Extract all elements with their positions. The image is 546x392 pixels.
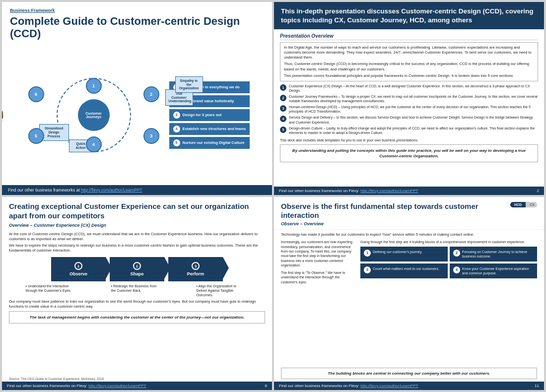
right-box-label-3: Design for 3 years out <box>183 113 222 117</box>
badge-2: 2 <box>280 95 286 101</box>
arrow-block-2: 2 Shape <box>110 257 164 281</box>
slide4-body: Technology has made it possible for our … <box>274 230 544 382</box>
slide3-italic-box: The task of management begins with consi… <box>9 311 265 324</box>
arrow-num-1: 1 <box>74 262 82 270</box>
block-num-1: 1 <box>364 250 371 257</box>
slide2-also-text: This deck also includes slide templates … <box>280 138 538 142</box>
item-5-text: Design-driven Culture – Lastly, to truly… <box>289 126 538 135</box>
slide4-footer-link[interactable]: http://flevy.com/author/LearnPPT <box>360 384 418 388</box>
arrow-num-2: 2 <box>133 262 141 270</box>
orbit-node-3: 3 <box>143 128 159 144</box>
block-text-1: Defining our customer's journey. <box>373 250 422 254</box>
slide2-header: This in-depth presentation discusses Cus… <box>274 2 544 29</box>
right-box-num-4: 4 <box>173 126 180 132</box>
list-item-5: 5Design-driven Culture – Lastly, to trul… <box>280 126 538 135</box>
slide2-body: Presentation Overview In the Digital Age… <box>274 29 544 187</box>
slide4-footer-text: Find our other business frameworks on Fl… <box>279 384 418 388</box>
slide2-intro-box: In the Digital Age, the number of ways t… <box>280 42 538 81</box>
arrow-label-1: Observe <box>69 271 87 276</box>
diagram-container: Customer Journeys 1 2 3 4 5 6 True Custo… <box>24 75 163 155</box>
slide4-title: Observe is the first fundamental step to… <box>281 202 506 220</box>
list-item-4: 4Service Design and Delivery – In this s… <box>280 115 538 124</box>
slide4-italic-box: The building blocks are central in conne… <box>281 368 537 379</box>
slide3-arrows: 1 Observe 2 Shape 3 Perform <box>9 257 265 281</box>
diag-box-2: Empathy in the Organization <box>175 76 203 93</box>
slide2-italic-box: By understanding and putting the concept… <box>280 144 538 162</box>
slide2-footer: Find our other business frameworks on Fl… <box>274 187 544 195</box>
toggle-inactive[interactable]: CX <box>526 202 537 207</box>
slide2-footer-label: Find our other business frameworks on Fl… <box>279 189 360 193</box>
slide2-para3: This presentation covers foundational pr… <box>284 73 534 78</box>
toggle-btn[interactable]: HCD CX <box>510 202 537 207</box>
slide4-block-4: 4 Know your Customer Experience aspirati… <box>450 263 537 278</box>
slide3-footer-text: Find our other business frameworks on Fl… <box>7 384 146 388</box>
badge-5: 5 <box>280 127 286 133</box>
slide3-bottom-para: Our company must have patience to train … <box>9 299 265 309</box>
arrow-num-3: 3 <box>192 262 200 270</box>
slide2-header-text: This in-depth presentation discusses Cus… <box>281 7 534 24</box>
slide3-bullet-2: Redesign the Business from the Customer … <box>111 284 163 297</box>
arrow-label-2: Shape <box>130 271 143 276</box>
item-2-text: Customer Journey Frameworks – To design … <box>289 94 538 103</box>
right-box-num-3: 3 <box>173 112 180 119</box>
slide4-blocks-grid: 1 Defining our customer's journey. 2 Foc… <box>360 247 537 278</box>
slide2-footer-link[interactable]: http://flevy.com/author/LearnPPT <box>360 189 418 193</box>
slide4-block-2: 2 Focusing on Customer Journey to achiev… <box>450 247 537 261</box>
slide2-overview-title: Presentation Overview <box>280 33 538 40</box>
list-item-2: 2Customer Journey Frameworks – To design… <box>280 94 538 103</box>
slide4-left-col: Increasingly, our customers are now expe… <box>281 240 355 364</box>
slide3-footer: Find our other business frameworks on Fl… <box>2 382 272 390</box>
slide3-overview: Overview – Customer Experience (CX) Desi… <box>9 223 265 228</box>
slide3-source: Source: The CEO Guide to Customer Experi… <box>2 376 272 382</box>
right-box-5: 5 Nurture our existing Digital Culture <box>169 137 250 149</box>
slide4-right-intro: Going through the first step are 4 build… <box>360 240 537 244</box>
slide3-body: At the core of Customer-centric Design (… <box>2 232 272 377</box>
right-box-label-5: Nurture our existing Digital Culture <box>183 140 245 145</box>
item-1-text: Customer Experience (CX) Design – At the… <box>289 84 538 93</box>
slide4-overview: Observe – Overview <box>281 221 537 226</box>
block-text-4: Know your Customer Experience aspiration… <box>462 266 534 275</box>
orbit-node-4: 4 <box>86 136 102 152</box>
slide4-intro: Technology has made it possible for our … <box>281 232 537 237</box>
slide-2: This in-depth presentation discusses Cus… <box>274 2 544 195</box>
slide2-numbered-list: 1Customer Experience (CX) Design – At th… <box>280 84 538 136</box>
orbit-node-1: 1 <box>86 78 102 94</box>
slide3-header: Creating exceptional Customer Experience… <box>2 197 272 232</box>
slide4-left-para2: The first step is "To Observe." We have … <box>281 270 355 284</box>
block-text-3: Count what matters most to our customers… <box>373 266 439 271</box>
item-4-text: Service Design and Delivery – In this se… <box>289 115 538 124</box>
item-3-text: Human-centered Design (HCD) – Using prin… <box>289 105 538 114</box>
slide1-header: Business Framework Complete Guide to Cus… <box>2 2 272 45</box>
toggle-active[interactable]: HCD <box>510 202 526 207</box>
badge-4: 4 <box>280 116 286 122</box>
block-num-3: 3 <box>364 266 371 273</box>
block-num-2: 2 <box>453 250 460 257</box>
arrow-label-3: Perform <box>187 271 205 276</box>
slide1-title: Complete Guide to Customer-centric Desig… <box>10 15 264 40</box>
list-item-3: 3Human-centered Design (HCD) – Using pri… <box>280 105 538 114</box>
arrow-block-1: 1 Observe <box>51 257 106 281</box>
slide3-para2: We have to explore the steps necessary t… <box>9 243 265 253</box>
slide3-bullet-1: Understand the Interaction through the C… <box>26 284 78 297</box>
center-line2: Journeys <box>86 115 101 119</box>
slide4-right-col: Going through the first step are 4 build… <box>360 240 537 364</box>
slide2-page-num: 2 <box>537 189 539 193</box>
slide4-left-para1: Increasingly, our customers are now expe… <box>281 240 355 268</box>
slide4-footer: Find our other business frameworks on Fl… <box>274 382 544 390</box>
person-icon: 🧑 <box>2 107 4 123</box>
slide-4: Observe is the first fundamental step to… <box>274 197 544 390</box>
slide3-footer-label: Find our other business frameworks on Fl… <box>7 384 88 388</box>
slide-3: Creating exceptional Customer Experience… <box>2 197 272 390</box>
slide1-footer-link[interactable]: http://flevy.com/author/LearnPPT <box>81 188 142 193</box>
slide2-para1: In the Digital Age, the number of ways t… <box>284 45 534 60</box>
slide1-footer: Find our other business frameworks at ht… <box>2 185 272 195</box>
slide3-bullet-3: Align the Organization to Deliver Agains… <box>197 284 249 297</box>
arrow-block-3: 3 Perform <box>168 257 223 281</box>
slide4-two-col: Increasingly, our customers are now expe… <box>281 240 537 364</box>
block-text-2: Focusing on Customer Journey to achieve … <box>462 250 534 259</box>
right-box-label-4: Establish new structures and teams <box>183 127 246 131</box>
slide4-footer-label: Find our other business frameworks on Fl… <box>279 384 360 388</box>
slide3-footer-link[interactable]: http://flevy.com/author/LearnPPT <box>88 384 146 388</box>
slide3-bullets: Understand the Interaction through the C… <box>9 284 265 297</box>
slide1-diagram: 🧑 Customer Journeys 1 2 3 4 5 6 True Cus… <box>2 45 272 185</box>
